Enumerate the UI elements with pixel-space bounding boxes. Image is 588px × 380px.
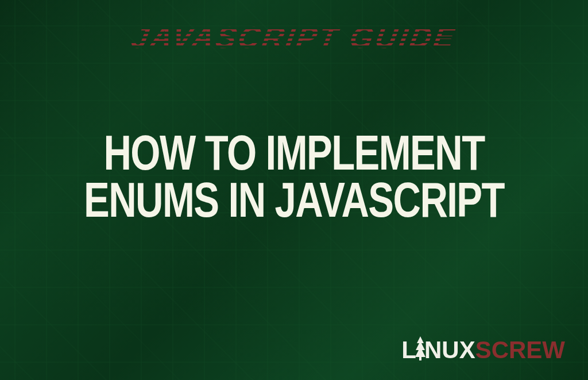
- subtitle-text: JAVASCRIPT GUIDE: [129, 20, 459, 55]
- svg-marker-0: [415, 336, 425, 357]
- svg-rect-1: [419, 357, 421, 360]
- logo: L NUXSCREW: [401, 336, 565, 364]
- main-title: HOW TO IMPLEMENT ENUMS IN JAVASCRIPT: [65, 129, 524, 223]
- logo-text-nux: NUX: [424, 336, 475, 364]
- tree-icon: [415, 338, 425, 362]
- title-line-2: ENUMS IN JAVASCRIPT: [65, 176, 524, 224]
- content-container: JAVASCRIPT GUIDE HOW TO IMPLEMENT ENUMS …: [0, 0, 588, 380]
- logo-text-screw: SCREW: [475, 336, 565, 364]
- title-line-1: HOW TO IMPLEMENT: [65, 129, 524, 176]
- logo-text-l: L: [401, 336, 416, 364]
